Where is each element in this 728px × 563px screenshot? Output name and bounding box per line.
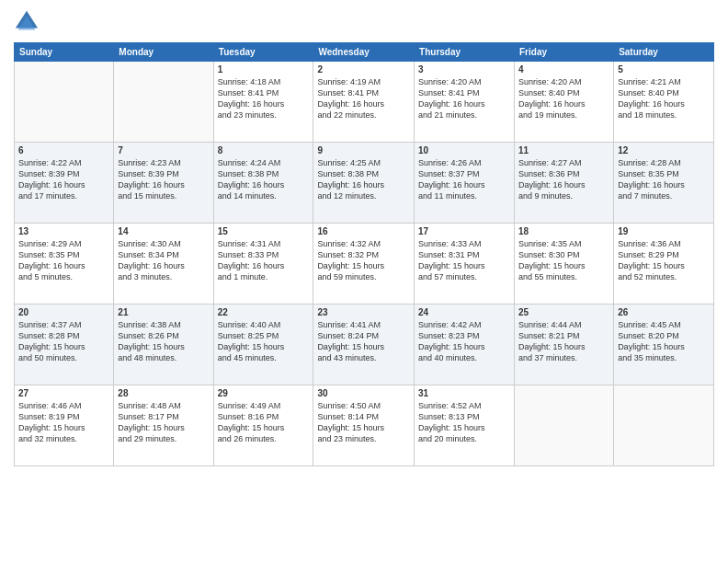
page: SundayMondayTuesdayWednesdayThursdayFrid… <box>0 0 728 563</box>
calendar-cell: 23Sunrise: 4:41 AM Sunset: 8:24 PM Dayli… <box>313 304 415 385</box>
day-number: 6 <box>18 145 109 155</box>
day-number: 23 <box>317 307 410 317</box>
day-number: 8 <box>218 145 310 155</box>
day-number: 16 <box>317 226 410 236</box>
day-info: Sunrise: 4:50 AM Sunset: 8:14 PM Dayligh… <box>317 400 410 445</box>
calendar-cell: 16Sunrise: 4:32 AM Sunset: 8:32 PM Dayli… <box>313 224 415 304</box>
day-number: 9 <box>317 145 410 155</box>
calendar-cell: 8Sunrise: 4:24 AM Sunset: 8:38 PM Daylig… <box>213 143 313 224</box>
calendar-cell: 13Sunrise: 4:29 AM Sunset: 8:35 PM Dayli… <box>15 224 114 304</box>
calendar-week-row: 27Sunrise: 4:46 AM Sunset: 8:19 PM Dayli… <box>15 385 714 466</box>
calendar-cell: 14Sunrise: 4:30 AM Sunset: 8:34 PM Dayli… <box>114 224 213 304</box>
day-info: Sunrise: 4:24 AM Sunset: 8:38 PM Dayligh… <box>218 157 310 202</box>
calendar-cell: 25Sunrise: 4:44 AM Sunset: 8:21 PM Dayli… <box>515 304 614 385</box>
day-number: 13 <box>18 226 109 236</box>
calendar-cell: 4Sunrise: 4:20 AM Sunset: 8:40 PM Daylig… <box>515 62 614 143</box>
day-number: 3 <box>418 64 510 75</box>
calendar-cell: 3Sunrise: 4:20 AM Sunset: 8:41 PM Daylig… <box>415 62 515 143</box>
day-number: 26 <box>618 307 710 317</box>
calendar-week-row: 20Sunrise: 4:37 AM Sunset: 8:28 PM Dayli… <box>15 304 714 385</box>
day-info: Sunrise: 4:45 AM Sunset: 8:20 PM Dayligh… <box>618 319 710 364</box>
logo-icon <box>14 9 40 35</box>
day-number: 25 <box>518 307 609 317</box>
day-info: Sunrise: 4:48 AM Sunset: 8:17 PM Dayligh… <box>118 400 209 445</box>
day-number: 22 <box>218 307 310 317</box>
calendar-day-header: Tuesday <box>213 43 313 62</box>
calendar-cell <box>114 62 213 143</box>
calendar-cell: 6Sunrise: 4:22 AM Sunset: 8:39 PM Daylig… <box>15 143 114 224</box>
day-info: Sunrise: 4:25 AM Sunset: 8:38 PM Dayligh… <box>317 157 410 202</box>
calendar-cell: 10Sunrise: 4:26 AM Sunset: 8:37 PM Dayli… <box>415 143 515 224</box>
day-number: 31 <box>418 388 510 398</box>
calendar-cell: 11Sunrise: 4:27 AM Sunset: 8:36 PM Dayli… <box>515 143 614 224</box>
day-info: Sunrise: 4:40 AM Sunset: 8:25 PM Dayligh… <box>218 319 310 364</box>
calendar-cell: 22Sunrise: 4:40 AM Sunset: 8:25 PM Dayli… <box>213 304 313 385</box>
day-info: Sunrise: 4:42 AM Sunset: 8:23 PM Dayligh… <box>418 319 510 364</box>
calendar-cell: 7Sunrise: 4:23 AM Sunset: 8:39 PM Daylig… <box>114 143 213 224</box>
calendar-cell: 29Sunrise: 4:49 AM Sunset: 8:16 PM Dayli… <box>213 385 313 466</box>
day-number: 28 <box>118 388 209 398</box>
calendar-cell: 2Sunrise: 4:19 AM Sunset: 8:41 PM Daylig… <box>313 62 415 143</box>
day-info: Sunrise: 4:36 AM Sunset: 8:29 PM Dayligh… <box>618 238 710 283</box>
calendar-cell: 20Sunrise: 4:37 AM Sunset: 8:28 PM Dayli… <box>15 304 114 385</box>
calendar-cell: 21Sunrise: 4:38 AM Sunset: 8:26 PM Dayli… <box>114 304 213 385</box>
day-info: Sunrise: 4:22 AM Sunset: 8:39 PM Dayligh… <box>18 157 109 202</box>
calendar-cell: 17Sunrise: 4:33 AM Sunset: 8:31 PM Dayli… <box>415 224 515 304</box>
calendar-week-row: 6Sunrise: 4:22 AM Sunset: 8:39 PM Daylig… <box>15 143 714 224</box>
day-info: Sunrise: 4:32 AM Sunset: 8:32 PM Dayligh… <box>317 238 410 283</box>
calendar-day-header: Wednesday <box>313 43 415 62</box>
calendar-week-row: 1Sunrise: 4:18 AM Sunset: 8:41 PM Daylig… <box>15 62 714 143</box>
day-number: 21 <box>118 307 209 317</box>
calendar-cell: 27Sunrise: 4:46 AM Sunset: 8:19 PM Dayli… <box>15 385 114 466</box>
day-info: Sunrise: 4:23 AM Sunset: 8:39 PM Dayligh… <box>118 157 209 202</box>
header <box>14 9 714 35</box>
day-info: Sunrise: 4:33 AM Sunset: 8:31 PM Dayligh… <box>418 238 510 283</box>
calendar-day-header: Monday <box>114 43 213 62</box>
day-info: Sunrise: 4:44 AM Sunset: 8:21 PM Dayligh… <box>518 319 609 364</box>
day-number: 4 <box>518 64 609 75</box>
calendar-header-row: SundayMondayTuesdayWednesdayThursdayFrid… <box>15 43 714 62</box>
calendar-cell: 15Sunrise: 4:31 AM Sunset: 8:33 PM Dayli… <box>213 224 313 304</box>
day-info: Sunrise: 4:27 AM Sunset: 8:36 PM Dayligh… <box>518 157 609 202</box>
calendar-week-row: 13Sunrise: 4:29 AM Sunset: 8:35 PM Dayli… <box>15 224 714 304</box>
calendar-cell: 30Sunrise: 4:50 AM Sunset: 8:14 PM Dayli… <box>313 385 415 466</box>
logo <box>14 9 43 35</box>
calendar-cell: 19Sunrise: 4:36 AM Sunset: 8:29 PM Dayli… <box>614 224 714 304</box>
day-info: Sunrise: 4:46 AM Sunset: 8:19 PM Dayligh… <box>18 400 109 445</box>
day-info: Sunrise: 4:19 AM Sunset: 8:41 PM Dayligh… <box>317 76 410 121</box>
day-number: 7 <box>118 145 209 155</box>
day-info: Sunrise: 4:41 AM Sunset: 8:24 PM Dayligh… <box>317 319 410 364</box>
day-number: 12 <box>618 145 710 155</box>
day-info: Sunrise: 4:28 AM Sunset: 8:35 PM Dayligh… <box>618 157 710 202</box>
day-number: 19 <box>618 226 710 236</box>
day-number: 27 <box>18 388 109 398</box>
day-number: 11 <box>518 145 609 155</box>
day-number: 17 <box>418 226 510 236</box>
day-number: 10 <box>418 145 510 155</box>
calendar-day-header: Sunday <box>15 43 114 62</box>
day-info: Sunrise: 4:26 AM Sunset: 8:37 PM Dayligh… <box>418 157 510 202</box>
calendar-day-header: Thursday <box>415 43 515 62</box>
day-number: 2 <box>317 64 410 75</box>
calendar-cell <box>614 385 714 466</box>
calendar-cell <box>15 62 114 143</box>
day-info: Sunrise: 4:30 AM Sunset: 8:34 PM Dayligh… <box>118 238 209 283</box>
calendar-table: SundayMondayTuesdayWednesdayThursdayFrid… <box>14 42 714 466</box>
day-info: Sunrise: 4:21 AM Sunset: 8:40 PM Dayligh… <box>618 76 710 121</box>
calendar-cell: 1Sunrise: 4:18 AM Sunset: 8:41 PM Daylig… <box>213 62 313 143</box>
day-number: 1 <box>218 64 310 75</box>
day-info: Sunrise: 4:18 AM Sunset: 8:41 PM Dayligh… <box>218 76 310 121</box>
calendar-cell: 28Sunrise: 4:48 AM Sunset: 8:17 PM Dayli… <box>114 385 213 466</box>
day-info: Sunrise: 4:38 AM Sunset: 8:26 PM Dayligh… <box>118 319 209 364</box>
day-info: Sunrise: 4:49 AM Sunset: 8:16 PM Dayligh… <box>218 400 310 445</box>
calendar-cell: 5Sunrise: 4:21 AM Sunset: 8:40 PM Daylig… <box>614 62 714 143</box>
calendar-day-header: Saturday <box>614 43 714 62</box>
day-info: Sunrise: 4:35 AM Sunset: 8:30 PM Dayligh… <box>518 238 609 283</box>
day-number: 20 <box>18 307 109 317</box>
calendar-cell <box>515 385 614 466</box>
calendar-cell: 12Sunrise: 4:28 AM Sunset: 8:35 PM Dayli… <box>614 143 714 224</box>
calendar-cell: 26Sunrise: 4:45 AM Sunset: 8:20 PM Dayli… <box>614 304 714 385</box>
day-number: 15 <box>218 226 310 236</box>
day-info: Sunrise: 4:52 AM Sunset: 8:13 PM Dayligh… <box>418 400 510 445</box>
day-number: 29 <box>218 388 310 398</box>
